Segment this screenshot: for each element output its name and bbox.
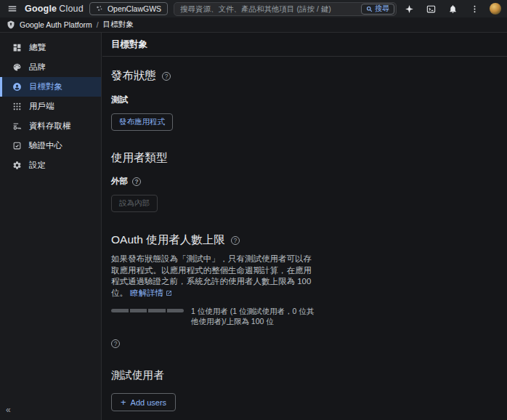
gemini-icon[interactable] bbox=[402, 2, 415, 15]
user-cap-meter bbox=[111, 309, 184, 312]
publish-app-button[interactable]: 發布應用程式 bbox=[111, 113, 173, 131]
learn-more-label: 瞭解詳情 bbox=[130, 288, 163, 297]
learn-more-link[interactable]: 瞭解詳情 bbox=[130, 288, 172, 297]
sidebar-item-label: 驗證中心 bbox=[29, 140, 62, 151]
google-cloud-logo: Google Cloud bbox=[25, 4, 84, 14]
user-cap-usage: 1 位使用者 (1 位測試使用者，0 位其他使用者)/上限為 100 位 bbox=[111, 306, 316, 326]
sidebar-item-branding[interactable]: 品牌 bbox=[0, 57, 101, 77]
user-cap-usage-text: 1 位使用者 (1 位測試使用者，0 位其他使用者)/上限為 100 位 bbox=[191, 306, 316, 326]
project-name: OpenClawGWS bbox=[108, 4, 161, 13]
publishing-status-heading-text: 發布狀態 bbox=[111, 68, 156, 84]
sidebar-item-label: 資料存取權 bbox=[29, 121, 71, 132]
search-icon bbox=[366, 6, 373, 12]
top-bar: Google Cloud OpenClawGWS 搜尋 bbox=[0, 0, 507, 17]
add-users-label: Add users bbox=[131, 398, 167, 407]
data-access-icon bbox=[12, 121, 22, 131]
user-type-help-icon[interactable] bbox=[132, 177, 141, 186]
usage-help-icon[interactable] bbox=[111, 339, 120, 348]
publishing-status-help-icon[interactable] bbox=[162, 72, 171, 81]
overview-icon bbox=[12, 43, 22, 52]
oauth-cap-help-icon[interactable] bbox=[231, 236, 240, 245]
sidebar-item-clients[interactable]: 用戶端 bbox=[0, 97, 101, 116]
page-title: 目標對象 bbox=[102, 33, 507, 57]
breadcrumb-separator: / bbox=[97, 20, 99, 29]
sidebar-item-label: 用戶端 bbox=[29, 101, 54, 112]
publishing-status-value: 測試 bbox=[111, 94, 316, 105]
audience-icon bbox=[12, 82, 22, 92]
sidebar-item-label: 品牌 bbox=[29, 62, 46, 73]
sidebar-item-label: 設定 bbox=[29, 160, 46, 171]
user-type-value-text: 外部 bbox=[111, 176, 128, 187]
more-vert-icon[interactable] bbox=[468, 2, 481, 15]
publishing-status-heading: 發布狀態 bbox=[111, 68, 316, 84]
add-users-button[interactable]: + Add users bbox=[111, 393, 176, 411]
topbar-actions bbox=[402, 2, 501, 15]
project-selector[interactable]: OpenClawGWS bbox=[89, 2, 168, 15]
oauth-cap-heading: OAuth 使用者人數上限 bbox=[111, 233, 316, 248]
cloud-shell-icon[interactable] bbox=[424, 2, 437, 15]
auth-platform-icon bbox=[7, 20, 15, 29]
branding-icon bbox=[12, 62, 22, 72]
oauth-cap-description: 如果發布狀態設為「測試中」，只有測試使用者可以存取應用程式。以應用程式的整個生命… bbox=[111, 254, 316, 299]
search-input[interactable] bbox=[180, 4, 357, 13]
sidebar-item-label: 目標對象 bbox=[29, 81, 62, 92]
main-content: 目標對象 發布狀態 測試 發布應用程式 使用者類型 外部 設為內部 OAuth … bbox=[102, 33, 507, 420]
breadcrumb-current: 目標對象 bbox=[103, 20, 134, 30]
sidebar-item-settings[interactable]: 設定 bbox=[0, 156, 101, 175]
sidebar-item-data-access[interactable]: 資料存取權 bbox=[0, 116, 101, 136]
search-button[interactable]: 搜尋 bbox=[361, 4, 394, 15]
avatar[interactable] bbox=[490, 3, 501, 15]
sidebar-item-audience[interactable]: 目標對象 bbox=[0, 77, 101, 97]
settings-icon bbox=[12, 161, 22, 170]
menu-icon[interactable] bbox=[6, 2, 19, 15]
user-type-heading: 使用者類型 bbox=[111, 150, 316, 166]
sidebar-item-verification-center[interactable]: 驗證中心 bbox=[0, 136, 101, 156]
clients-icon bbox=[12, 102, 22, 111]
search-bar[interactable]: 搜尋 bbox=[174, 2, 397, 16]
external-link-icon bbox=[166, 290, 172, 296]
breadcrumb: Google Auth Platform / 目標對象 bbox=[0, 17, 507, 33]
project-icon bbox=[96, 5, 103, 12]
plus-icon: + bbox=[121, 397, 126, 407]
logo-google: Google bbox=[25, 4, 57, 14]
collapse-sidebar-icon[interactable]: « bbox=[6, 405, 11, 414]
notifications-icon[interactable] bbox=[446, 2, 459, 15]
user-type-value: 外部 bbox=[111, 176, 316, 187]
set-internal-button[interactable]: 設為內部 bbox=[111, 195, 158, 212]
logo-cloud: Cloud bbox=[59, 4, 84, 14]
breadcrumb-platform[interactable]: Google Auth Platform bbox=[20, 20, 92, 29]
verification-icon bbox=[12, 141, 22, 150]
search-button-label: 搜尋 bbox=[375, 4, 389, 14]
sidebar-item-label: 總覽 bbox=[29, 42, 46, 53]
oauth-cap-heading-text: OAuth 使用者人數上限 bbox=[111, 233, 225, 248]
test-users-heading: 測試使用者 bbox=[111, 368, 316, 382]
sidebar: 總覽 品牌 目標對象 用戶端 資料存取權 驗證中心 設定 « bbox=[0, 33, 102, 420]
sidebar-item-overview[interactable]: 總覽 bbox=[0, 38, 101, 57]
